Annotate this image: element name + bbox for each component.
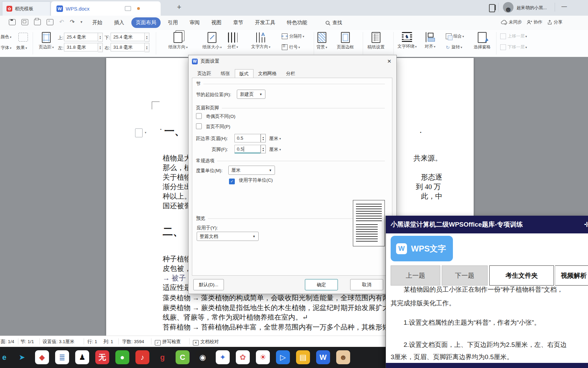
ev-pointer-icon[interactable]: ➤ [15,350,29,364]
dialog-tab-layout[interactable]: 版式 [235,69,254,78]
tab-section[interactable]: 章节 [229,17,248,28]
video-player-icon[interactable]: ▷ [276,350,290,364]
text-direction-tool[interactable]: 文字方向 [251,32,271,50]
camtasia-icon[interactable]: C [176,350,190,364]
tab-insert[interactable]: 插入 [110,17,129,28]
char-unit-checkbox[interactable]: ✓ [229,179,235,184]
breaks-tool[interactable]: 分隔符 [282,33,304,39]
header-unit-dropdown[interactable]: 厘米 [269,136,281,142]
floating-paste-icon[interactable] [135,128,143,137]
photos-icon[interactable]: ✿ [236,350,250,364]
g-app-icon[interactable]: g [156,350,169,364]
dialog-tab-margins[interactable]: 页边距 [193,69,216,78]
margin-top-input[interactable]: 25.4 毫米 [64,33,98,41]
margin-left-stepper[interactable]: ▲▼ [98,43,103,52]
print-icon[interactable] [34,19,41,25]
measure-unit-combobox[interactable]: 厘米 ▼ [228,166,275,175]
selection-pane-tool[interactable]: 选择窗格 [474,32,491,50]
dialog-tab-doc-grid[interactable]: 文档网格 [254,69,281,78]
section-start-combobox[interactable]: 新建页 ▼ [237,90,265,99]
footer-distance-stepper[interactable]: ▲▼ [261,145,266,153]
video-analysis-button[interactable]: 视频解析 [555,265,588,286]
theme-font-tool[interactable]: 字体 [1,44,12,51]
tab-page-layout[interactable]: 页面布局 [131,17,161,28]
columns-tool[interactable]: 分栏 [227,32,238,50]
tab-home[interactable]: 开始 [88,17,107,28]
background-tool[interactable]: 背景 [316,32,327,50]
text-wrap-tool[interactable]: 文字环绕 [397,32,417,49]
share-button[interactable]: 分享 [547,19,562,25]
group-tool[interactable]: 组合 [446,33,464,39]
word-count[interactable]: 字数: 3594 [122,339,144,345]
odd-even-checkbox-row[interactable]: 奇偶页不同(O) [196,113,235,120]
exam-folder-button[interactable]: 考生文件夹 [489,265,554,286]
presentation-mode-icon[interactable] [125,6,131,11]
next-question-button[interactable]: 下一题 [442,265,488,286]
edge-browser-icon[interactable]: e [0,350,11,364]
notepad-plus-icon[interactable]: ≣ [55,350,69,364]
quark-icon[interactable]: ✦ [216,350,230,364]
footer-unit-dropdown[interactable]: 厘米 [269,147,281,153]
user-avatar[interactable]: ☻ [503,2,513,13]
collaborate-button[interactable]: 协作 [527,19,542,25]
customize-qat-icon[interactable]: ▾ [81,20,83,24]
dialog-titlebar[interactable]: W 页面设置 [189,55,396,67]
document-tab[interactable]: W WPS.docx [51,1,161,16]
manuscript-grid-tool[interactable]: 稿纸设置 [368,32,385,50]
tab-references[interactable]: 引用 [163,17,182,28]
netease-music-icon[interactable]: ♪ [135,350,149,364]
cancel-button[interactable]: 取消 [350,279,383,290]
effect-preview-icon[interactable] [18,33,28,42]
monkey-app-icon[interactable]: ☻ [336,350,350,364]
dialog-tab-columns[interactable]: 分栏 [281,69,300,78]
doc-proof-button[interactable]: ✕文档校对 [193,339,219,346]
header-distance-stepper[interactable]: ▲▼ [261,134,266,142]
toutiao-icon[interactable]: ☀ [256,350,270,364]
align-tool[interactable]: 对齐 [425,32,436,49]
line-numbers-tool[interactable]: 行号 [282,44,300,50]
dialog-close-button[interactable]: ✕ [385,57,394,65]
margin-bottom-stepper[interactable]: ▲▼ [145,33,149,42]
find-button[interactable]: 查找 [325,20,342,26]
wps-office-icon[interactable]: W [316,350,330,364]
folder-explorer-icon[interactable]: ▤ [296,350,310,364]
first-page-checkbox[interactable] [196,123,202,129]
new-tab-button[interactable]: + [177,3,181,12]
footer-distance-input[interactable]: 0.5 [234,145,261,153]
redo-icon[interactable]: ↷ [70,18,75,26]
header-distance-input[interactable]: 0.5 [234,134,261,142]
paper-orientation-tool[interactable]: 纸张方向 [168,32,188,50]
theme-effect-tool[interactable]: 效果 [16,44,27,51]
undo-icon[interactable]: ↶ [59,18,64,26]
paper-size-tool[interactable]: 纸张大小 [202,32,222,50]
dialog-tab-paper[interactable]: 纸张 [216,69,235,78]
window-layout-icon[interactable] [489,4,495,12]
page-border-tool[interactable]: 页面边框 [337,32,354,50]
quiz-titlebar[interactable]: 小黑课堂计算机二级WPSOffice题库-专项训练 ✛ [386,216,588,233]
margin-left-input[interactable]: 31.8 毫米 [64,43,98,51]
margin-right-input[interactable]: 31.8 毫米 [111,43,145,51]
sync-status[interactable]: 未同步 [501,19,522,25]
export-icon[interactable] [21,19,28,25]
theme-color-tool[interactable]: 颜色 [1,33,12,40]
home-template-tab[interactable]: ✿ 稻壳模板 [2,1,50,16]
wuyou-icon[interactable]: 无 [95,350,109,364]
first-page-checkbox-row[interactable]: 首页不同(P) [196,123,230,130]
margin-top-stepper[interactable]: ▲▼ [98,33,103,42]
minimize-button[interactable]: — [561,3,567,10]
tab-view[interactable]: 视图 [207,17,226,28]
margin-bottom-input[interactable]: 25.4 毫米 [111,33,145,41]
qq-icon[interactable]: ♟ [75,350,89,364]
rotate-tool[interactable]: ↻ 旋转 [446,44,462,50]
default-button[interactable]: 默认(D)... [193,279,224,290]
tab-special-features[interactable]: 特色功能 [282,17,312,28]
ok-button[interactable]: 确定 [305,279,338,290]
tab-review[interactable]: 审阅 [185,17,204,28]
previous-question-button[interactable]: 上一题 [391,265,440,286]
apply-to-combobox[interactable]: 整篇文档 ▼ [197,232,259,241]
pdf-reader-icon[interactable]: ◆ [35,350,49,364]
margin-right-stepper[interactable]: ▲▼ [145,43,149,52]
margins-tool[interactable]: 页边距 [39,32,54,50]
odd-even-checkbox[interactable] [196,113,202,119]
spell-check-button[interactable]: ✓拼写检查 [155,339,181,346]
